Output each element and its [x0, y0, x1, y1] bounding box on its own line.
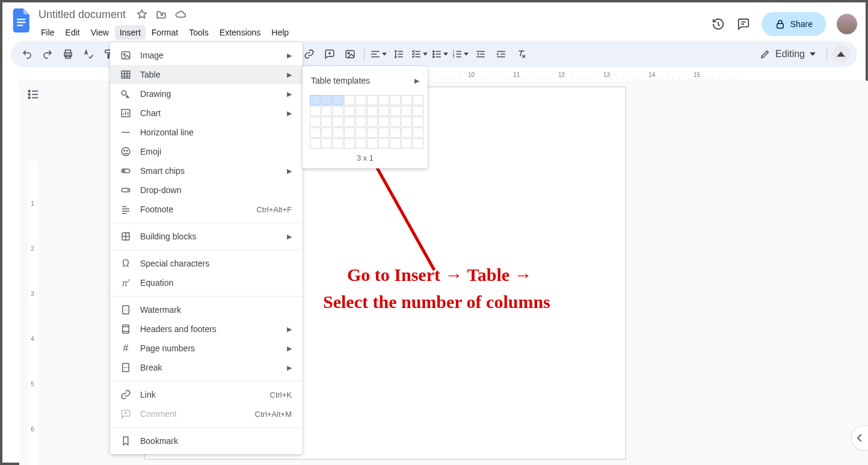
menu-tools[interactable]: Tools [184, 25, 214, 40]
table-grid-cell[interactable] [413, 106, 423, 116]
table-grid-cell[interactable] [344, 106, 355, 116]
table-grid-cell[interactable] [401, 95, 412, 105]
ruler-vertical[interactable]: 1234567 [28, 161, 37, 465]
table-grid-cell[interactable] [321, 128, 332, 138]
menu-item-chips[interactable]: Smart chips▶ [110, 161, 303, 180]
cloud-status-icon[interactable] [175, 9, 186, 20]
table-grid-cell[interactable] [310, 106, 321, 116]
table-grid-cell[interactable] [321, 106, 332, 116]
table-grid-cell[interactable] [344, 117, 355, 127]
document-title[interactable]: Untitled document [36, 8, 128, 22]
docs-logo[interactable] [11, 6, 32, 35]
insert-image-button[interactable] [341, 45, 359, 63]
print-button[interactable] [59, 45, 77, 63]
table-grid-cell[interactable] [367, 95, 378, 105]
comments-icon[interactable] [736, 17, 751, 31]
share-button[interactable]: Share [762, 12, 826, 36]
table-grid-cell[interactable] [401, 138, 412, 149]
editing-mode-button[interactable]: Editing [754, 46, 822, 62]
menu-file[interactable]: File [36, 25, 60, 40]
table-grid-cell[interactable] [321, 117, 332, 127]
account-avatar[interactable] [837, 14, 857, 34]
table-size-grid[interactable] [303, 95, 428, 149]
table-grid-cell[interactable] [367, 117, 378, 127]
table-grid-cell[interactable] [413, 128, 423, 138]
table-grid-cell[interactable] [390, 138, 401, 149]
table-grid-cell[interactable] [390, 128, 401, 138]
table-grid-cell[interactable] [367, 138, 378, 149]
menu-item-link[interactable]: LinkCtrl+K [110, 385, 303, 404]
table-grid-cell[interactable] [344, 128, 355, 138]
table-grid-cell[interactable] [344, 138, 355, 149]
move-icon[interactable] [156, 9, 167, 20]
table-grid-cell[interactable] [321, 138, 332, 149]
table-grid-cell[interactable] [333, 95, 343, 105]
menu-format[interactable]: Format [147, 25, 183, 40]
table-grid-cell[interactable] [401, 117, 412, 127]
table-grid-cell[interactable] [367, 106, 378, 116]
table-grid-cell[interactable] [356, 138, 366, 149]
numbered-list-button[interactable]: 123 [451, 45, 469, 63]
clear-formatting-button[interactable] [512, 45, 531, 63]
table-grid-cell[interactable] [356, 128, 366, 138]
table-grid-cell[interactable] [390, 95, 401, 105]
history-icon[interactable] [711, 17, 725, 31]
insert-link-button[interactable] [300, 45, 318, 63]
table-grid-cell[interactable] [413, 138, 423, 149]
menu-item-drawing[interactable]: Drawing▶ [110, 84, 303, 103]
menu-item-dropdown[interactable]: Drop-down [110, 180, 303, 200]
menu-insert[interactable]: Insert [115, 25, 146, 40]
table-grid-cell[interactable] [333, 106, 343, 116]
star-icon[interactable] [137, 9, 147, 20]
menu-item-bookmark[interactable]: Bookmark [110, 431, 303, 451]
checklist-button[interactable] [410, 45, 428, 63]
menu-view[interactable]: View [86, 25, 114, 40]
table-grid-cell[interactable] [378, 117, 389, 127]
menu-item-chart[interactable]: Chart▶ [110, 103, 303, 123]
menu-item-blocks[interactable]: Building blocks▶ [110, 227, 303, 246]
side-panel-toggle[interactable] [851, 425, 868, 451]
table-grid-cell[interactable] [356, 106, 366, 116]
table-templates-item[interactable]: Table templates ▶ [303, 70, 428, 91]
menu-item-emoji[interactable]: Emoji [110, 142, 303, 161]
menu-item-equation[interactable]: π²Equation [110, 273, 303, 292]
menu-extensions[interactable]: Extensions [215, 25, 265, 40]
menu-item-footnote[interactable]: FootnoteCtrl+Alt+F [110, 200, 303, 219]
line-spacing-button[interactable] [390, 45, 408, 63]
menu-item-watermark[interactable]: AaWatermark [110, 300, 303, 319]
table-grid-cell[interactable] [344, 95, 355, 105]
menu-item-break[interactable]: Break▶ [110, 358, 303, 377]
table-grid-cell[interactable] [413, 95, 423, 105]
table-grid-cell[interactable] [378, 138, 389, 149]
redo-button[interactable] [38, 45, 57, 63]
menu-item-special[interactable]: ΩSpecial characters [110, 254, 303, 273]
table-grid-cell[interactable] [333, 138, 343, 149]
table-grid-cell[interactable] [367, 128, 378, 138]
table-grid-cell[interactable] [310, 128, 321, 138]
hide-menus-button[interactable] [832, 45, 850, 63]
table-grid-cell[interactable] [333, 128, 343, 138]
table-grid-cell[interactable] [310, 117, 321, 127]
menu-help[interactable]: Help [266, 25, 294, 40]
align-button[interactable] [369, 45, 387, 63]
table-grid-cell[interactable] [321, 95, 332, 105]
table-grid-cell[interactable] [390, 106, 401, 116]
indent-decrease-button[interactable] [472, 45, 490, 63]
document-outline-toggle[interactable] [24, 85, 42, 103]
table-grid-cell[interactable] [310, 138, 321, 149]
menu-item-pagenum[interactable]: #Page numbers▶ [110, 339, 303, 358]
menu-item-image[interactable]: Image▶ [110, 46, 303, 65]
table-grid-cell[interactable] [356, 117, 366, 127]
indent-increase-button[interactable] [492, 45, 510, 63]
insert-comment-button[interactable] [321, 45, 339, 63]
table-grid-cell[interactable] [378, 128, 389, 138]
table-grid-cell[interactable] [413, 117, 423, 127]
table-grid-cell[interactable] [378, 106, 389, 116]
spellcheck-button[interactable] [79, 45, 97, 63]
table-grid-cell[interactable] [401, 128, 412, 138]
menu-item-hf[interactable]: Headers and footers▶ [110, 319, 303, 339]
menu-item-hr[interactable]: Horizontal line [110, 123, 303, 142]
bulleted-list-button[interactable] [431, 45, 449, 63]
table-grid-cell[interactable] [356, 95, 366, 105]
undo-button[interactable] [18, 45, 36, 63]
